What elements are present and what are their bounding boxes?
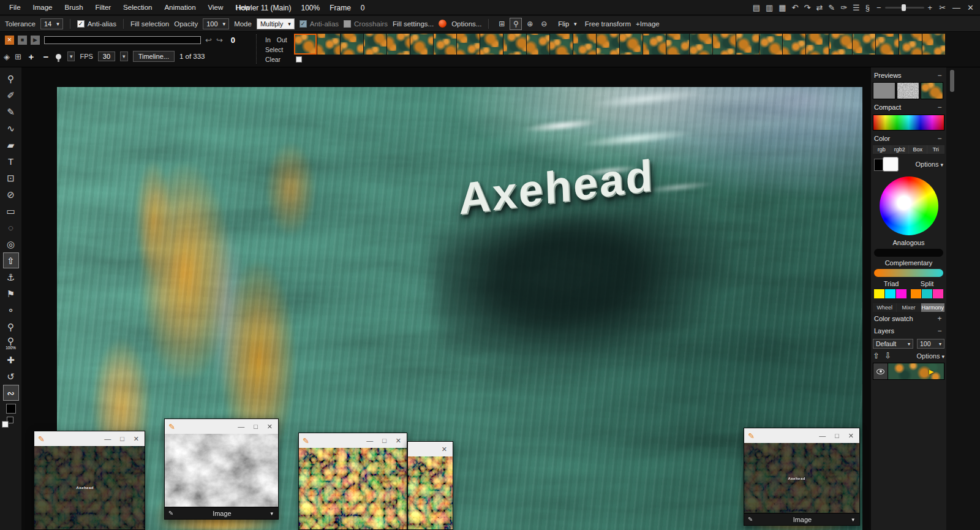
text-tool[interactable]: T <box>3 153 19 169</box>
fps-dropdown[interactable]: ▾ <box>120 51 128 61</box>
move-tool[interactable]: ✚ <box>3 352 19 368</box>
child-canvas[interactable] <box>408 456 453 529</box>
filmstrip-frame-27[interactable] <box>899 34 922 55</box>
filmstrip-frame-8[interactable] <box>457 34 480 55</box>
opacity-dropdown[interactable]: 100 ▾ <box>203 18 229 29</box>
slider-track[interactable] <box>885 7 924 9</box>
fill-settings-button[interactable]: Fill settings... <box>393 20 434 28</box>
child-canvas[interactable]: Axehead <box>744 443 859 513</box>
chevron-down-icon[interactable]: ▾ <box>851 517 854 523</box>
out-button[interactable]: Out <box>277 35 287 45</box>
minimize-button[interactable]: — <box>104 435 111 442</box>
filmstrip-frame-16[interactable] <box>643 34 666 55</box>
remove-frame-button[interactable]: − <box>41 51 51 62</box>
zoom-in-icon[interactable]: ⊕ <box>524 18 536 30</box>
child-canvas[interactable] <box>165 434 278 507</box>
child-canvas[interactable] <box>299 448 407 529</box>
split-swatch-3[interactable] <box>933 289 943 298</box>
paintbrush-tool[interactable]: ✐ <box>3 87 19 103</box>
timeline-button[interactable]: Timeline... <box>133 51 175 62</box>
mode-dropdown[interactable]: Multiply ▾ <box>257 18 295 29</box>
compact-color-picker[interactable] <box>873 115 944 131</box>
color-swatch-pair[interactable] <box>2 417 15 428</box>
primary-color-swatch[interactable] <box>883 157 899 172</box>
frame-tool[interactable]: ⊡ <box>3 170 19 186</box>
filmstrip-frame-20[interactable] <box>736 34 759 55</box>
collapse-button[interactable]: − <box>936 71 943 80</box>
pan-hand-icon[interactable]: ⊞ <box>496 18 508 30</box>
ellipse-select-tool[interactable]: ◌ <box>3 219 19 235</box>
crosshairs-checkbox-row[interactable]: Crosshairs <box>344 20 388 28</box>
script-icon[interactable]: § <box>865 0 870 15</box>
layer-row[interactable]: ► <box>873 363 944 380</box>
filmstrip-frame-23[interactable] <box>806 34 829 55</box>
split-swatch-2[interactable] <box>922 289 932 298</box>
triad-swatch-1[interactable] <box>874 289 884 298</box>
onion-skin-dropdown[interactable]: ▾ <box>67 51 75 61</box>
filmstrip-frame-26[interactable] <box>876 34 899 55</box>
eraser-tool[interactable]: ▰ <box>3 137 19 153</box>
close-button[interactable]: ✕ <box>967 3 974 12</box>
split-swatch-1[interactable] <box>911 289 921 298</box>
plus-image-button[interactable]: +Image <box>636 20 660 28</box>
close-button[interactable]: ✕ <box>134 435 139 443</box>
clear-button[interactable]: Clear <box>265 56 281 63</box>
color-tab-box[interactable]: Box <box>909 145 927 154</box>
harmony-tab-mixer[interactable]: Mixer <box>897 303 920 312</box>
image-window-3[interactable]: ✎ — □ ✕ <box>298 433 407 530</box>
add-swatch-button[interactable]: + <box>936 314 943 323</box>
antialias-checkbox-row[interactable]: ✓ Anti-alias <box>77 20 116 28</box>
filmstrip-frame-12[interactable] <box>550 34 573 55</box>
filmstrip-frame-4[interactable] <box>364 34 386 55</box>
dock-bottom-icon[interactable]: ▥ <box>766 0 773 15</box>
handle-tool[interactable]: ⚲ <box>3 319 19 335</box>
close-button[interactable]: ✕ <box>848 432 854 440</box>
keyframe-icon[interactable]: ◈ <box>4 52 10 61</box>
free-transform-button[interactable]: Free transform <box>585 20 631 28</box>
filmstrip-frame-7[interactable] <box>434 34 456 55</box>
image-window-1[interactable]: ✎ — □ ✕ Axehead <box>34 431 145 530</box>
filmstrip-frame-11[interactable] <box>527 34 549 55</box>
flag-tool[interactable]: ⚑ <box>3 286 19 301</box>
filmstrip-frame-10[interactable] <box>503 34 526 55</box>
in-button[interactable]: In <box>265 35 271 45</box>
color-tab-rgb[interactable]: rgb <box>873 145 891 154</box>
child-titlebar[interactable]: ✎ — □ ✕ <box>34 431 145 446</box>
minimize-button[interactable]: — <box>819 432 826 439</box>
chevron-down-icon[interactable]: ▾ <box>270 510 273 517</box>
pan-timeline-icon[interactable]: ⊞ <box>15 52 21 61</box>
filmstrip-frame-14[interactable] <box>597 34 619 55</box>
triad-swatch-2[interactable] <box>885 289 895 298</box>
antialias-checkbox[interactable]: ✓ <box>77 20 85 28</box>
dropper-tool[interactable]: ⚲ <box>3 70 19 86</box>
child-titlebar[interactable]: ✎ — □ ✕ <box>299 433 407 448</box>
undo-icon[interactable]: ↶ <box>792 0 799 15</box>
minimize-button[interactable]: — <box>952 3 960 12</box>
add-frame-button[interactable]: + <box>26 51 36 62</box>
magnify-tool[interactable]: ◎ <box>3 236 19 252</box>
image-selector-label[interactable]: Image <box>173 510 270 517</box>
stylus-icon[interactable]: ✑ <box>840 0 847 15</box>
image-window-4[interactable]: ✕ <box>407 441 453 530</box>
preview-thumb-3[interactable] <box>921 82 943 99</box>
curve-tool[interactable]: ∿ <box>3 120 19 136</box>
filmstrip-frame-13[interactable] <box>573 34 596 55</box>
slider-minus-icon[interactable]: − <box>876 3 881 12</box>
antialias2-checkbox[interactable]: ✓ <box>300 20 307 28</box>
close-button[interactable]: ✕ <box>442 445 447 453</box>
stop-button[interactable]: ■ <box>18 36 27 45</box>
image-window-2[interactable]: ✎ — □ ✕ ✎ Image ▾ <box>164 418 279 520</box>
fill-selection-label[interactable]: Fill selection <box>130 20 169 28</box>
balloon-tool[interactable]: ⚬ <box>3 302 19 318</box>
rect-select-tool[interactable]: ▭ <box>3 203 19 219</box>
minimize-button[interactable]: — <box>238 423 244 430</box>
flip-dropdown[interactable]: Flip ▾ <box>555 18 579 29</box>
scrollbar-thumb[interactable] <box>950 70 954 92</box>
filmstrip-frame-5[interactable] <box>387 34 410 55</box>
filmstrip-frame-21[interactable] <box>760 34 782 55</box>
dock-left-icon[interactable]: ▤ <box>753 0 760 15</box>
foreground-color-swatch-small[interactable] <box>2 421 9 428</box>
lightbulb-icon[interactable] <box>56 54 61 59</box>
layer-thumbnail[interactable]: ► <box>888 363 944 379</box>
analogous-swatch-bar[interactable] <box>874 249 943 257</box>
